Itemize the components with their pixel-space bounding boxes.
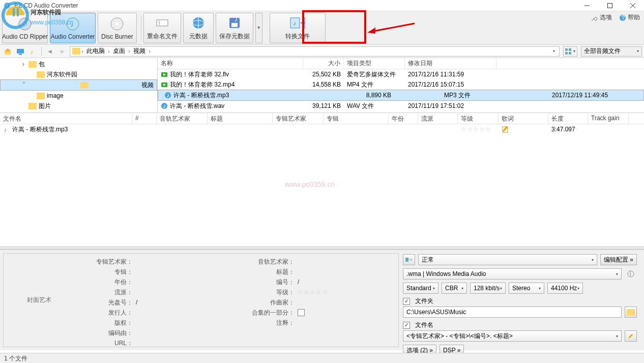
title-bar: EZ CD Audio Converter xyxy=(0,0,644,11)
savemeta-button[interactable]: ♪ 保存元数据 xyxy=(216,13,253,43)
svg-rect-52 xyxy=(405,258,408,262)
back-button[interactable]: ◄ xyxy=(44,46,55,57)
desktop-button[interactable] xyxy=(15,46,26,57)
filename-pattern-select[interactable]: <专辑艺术家> - <专辑>\<编号>. <标题>▾ xyxy=(403,330,622,342)
preset-icon-button[interactable] xyxy=(403,254,415,265)
svg-marker-30 xyxy=(367,27,375,34)
svg-text:♪: ♪ xyxy=(4,126,7,133)
close-button[interactable] xyxy=(621,0,644,11)
queue-row[interactable]: ♪许嵩 - 断桥残雪.mp3☆☆☆☆☆3:47.097 xyxy=(0,124,644,134)
svg-text:♪: ♪ xyxy=(30,48,33,55)
file-row[interactable]: ♪许嵩 - 断桥残雪.mp38,890 KBMP3 文件2017/12/19 1… xyxy=(158,90,644,101)
savemeta-dropdown[interactable]: ▼ xyxy=(255,13,262,43)
folder-tree[interactable]: ›包河东软件园˅视频image图片 xyxy=(0,58,158,113)
svg-rect-33 xyxy=(5,51,11,54)
music-button[interactable]: ♪ xyxy=(27,46,39,57)
file-row[interactable]: ♪许嵩 - 断桥残雪.wav39,121 KBWAV 文件2017/11/19 … xyxy=(158,101,644,111)
output-settings-panel: 正常▾ 编辑配置 » .wma | Windows Media Audio▾ i… xyxy=(402,253,641,347)
format-select[interactable]: .wma | Windows Media Audio▾ xyxy=(403,268,622,280)
file-list-header[interactable]: 名称 大小 项目类型 修改日期 xyxy=(158,58,644,69)
folder-checkbox[interactable] xyxy=(403,298,410,305)
window-title: EZ CD Audio Converter xyxy=(14,2,78,9)
quality-select[interactable]: Standard▾ xyxy=(403,283,438,294)
samplerate-select[interactable]: 44100 Hz▾ xyxy=(547,283,583,294)
svg-text:?: ? xyxy=(622,14,625,21)
svg-line-29 xyxy=(371,23,415,32)
queue-header[interactable]: 文件名# 音轨艺术家标题 专辑艺术家专辑 年份流派 等级歌词 长度Track g… xyxy=(0,113,644,124)
rename-button[interactable]: 重命名文件 xyxy=(143,13,181,43)
svg-point-16 xyxy=(115,22,119,25)
help-icon: ? xyxy=(619,14,626,21)
globe-icon xyxy=(190,15,207,31)
breadcrumb-path[interactable]: › 此电脑› 桌面› 视频› ▾ xyxy=(70,46,560,57)
options-link[interactable]: 选项 xyxy=(591,13,612,22)
edit-preset-button[interactable]: 编辑配置 » xyxy=(600,254,637,265)
save-icon: ♪ xyxy=(226,15,243,31)
file-row[interactable]: 我的！体育老师 32.flv25,502 KB爱奇艺多媒体文件2017/12/1… xyxy=(158,69,644,79)
tree-node[interactable]: 图片 xyxy=(0,101,157,111)
cd-icon xyxy=(17,16,33,32)
svg-rect-40 xyxy=(565,52,568,54)
svg-rect-36 xyxy=(19,54,22,55)
svg-text:♪: ♪ xyxy=(235,16,238,23)
svg-rect-17 xyxy=(157,20,168,26)
bitrate-mode-select[interactable]: CBR▾ xyxy=(442,283,467,294)
preset-select[interactable]: 正常▾ xyxy=(418,254,597,265)
metadata-panel: 封面艺术 专辑艺术家： 专辑： 年份： 流派： 光盘号：/ 发行人： 版权： 编… xyxy=(3,253,399,347)
tree-node[interactable]: 河东软件园 xyxy=(0,69,157,79)
view-mode-button[interactable]: ▾ xyxy=(563,46,577,57)
queue-list[interactable]: ♪许嵩 - 断桥残雪.mp3☆☆☆☆☆3:47.097 www.pc0359.c… xyxy=(0,124,644,246)
rating-stars[interactable]: ☆☆☆☆☆ xyxy=(298,289,328,296)
help-link[interactable]: ?帮助 xyxy=(619,13,640,22)
svg-text:♪: ♪ xyxy=(163,102,166,109)
svg-rect-39 xyxy=(569,48,571,51)
tree-node[interactable]: image xyxy=(0,91,157,101)
svg-rect-27 xyxy=(305,18,306,28)
channels-select[interactable]: Stereo▾ xyxy=(509,283,544,294)
tree-node[interactable]: ˅视频 xyxy=(0,79,157,91)
svg-rect-23 xyxy=(231,23,238,27)
metadata-button[interactable]: 元数据 xyxy=(183,13,214,43)
forward-button[interactable]: ► xyxy=(57,46,68,57)
cover-art-area[interactable]: 封面艺术 xyxy=(4,254,75,347)
filename-checkbox[interactable] xyxy=(403,322,410,329)
minimize-button[interactable] xyxy=(575,0,598,11)
tree-node[interactable]: ›包 xyxy=(0,59,157,69)
bitrate-select[interactable]: 128 kbit/s▾ xyxy=(470,283,506,294)
svg-text:♪: ♪ xyxy=(166,92,169,99)
converter-button[interactable]: ♪ Audio Converter xyxy=(50,13,96,43)
svg-point-6 xyxy=(6,5,8,7)
note-icon: ♪ xyxy=(65,16,81,32)
burner-button[interactable]: Disc Burner xyxy=(98,13,137,43)
main-toolbar: Audio CD Ripper ♪ Audio Converter Disc B… xyxy=(0,11,644,45)
output-folder-input[interactable]: C:\Users\ASUS\Music xyxy=(403,306,622,318)
svg-rect-35 xyxy=(17,49,24,53)
wrench-icon xyxy=(591,14,598,21)
annotation-arrow xyxy=(366,21,417,37)
maximize-button[interactable] xyxy=(598,0,621,11)
file-row[interactable]: 我的！体育老师 32.mp414,558 KBMP4 文件2017/12/16 … xyxy=(158,79,644,90)
svg-rect-38 xyxy=(565,48,568,51)
file-filter-dropdown[interactable]: 全部音频文件▾ xyxy=(581,46,642,57)
rename-icon xyxy=(154,15,170,31)
ripper-button[interactable]: Audio CD Ripper xyxy=(2,13,48,43)
compilation-checkbox[interactable] xyxy=(298,309,305,316)
breadcrumb-bar: ♪ ◄ ► › 此电脑› 桌面› 视频› ▾ ▾ 全部音频文件▾ xyxy=(0,45,644,58)
svg-text:♪: ♪ xyxy=(70,21,73,29)
svg-text:i: i xyxy=(630,270,631,277)
svg-rect-41 xyxy=(569,52,571,54)
home-button[interactable] xyxy=(2,46,13,57)
disc-icon xyxy=(109,16,125,32)
watermark-center: www.pc0359.cn xyxy=(285,180,335,188)
edit-pattern-button[interactable] xyxy=(625,330,637,342)
convert-icon: ♪♪ xyxy=(289,15,306,31)
file-list: 名称 大小 项目类型 修改日期 我的！体育老师 32.flv25,502 KB爱… xyxy=(158,58,644,113)
svg-marker-34 xyxy=(4,48,11,51)
format-info-button[interactable]: i xyxy=(625,268,637,280)
app-icon xyxy=(3,2,11,10)
svg-rect-8 xyxy=(607,4,612,8)
status-bar: 1 个文件 xyxy=(0,353,644,363)
svg-text:♪: ♪ xyxy=(293,20,296,27)
browse-folder-button[interactable] xyxy=(625,306,637,318)
convert-button[interactable]: ♪♪ 转换文件 xyxy=(270,13,326,43)
